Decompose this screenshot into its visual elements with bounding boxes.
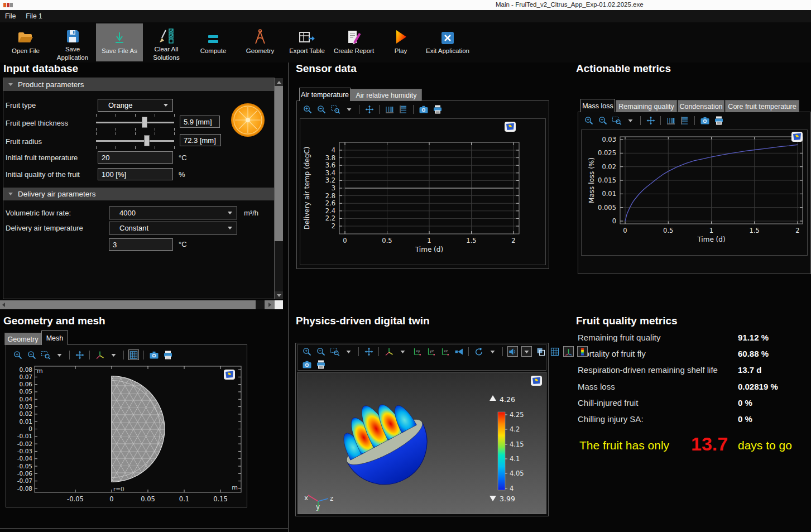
speaker-icon[interactable] — [507, 346, 518, 357]
zoom-box-icon[interactable] — [330, 104, 340, 114]
fruit-radius-slider[interactable] — [96, 132, 174, 149]
rotate-icon[interactable] — [473, 346, 484, 357]
menu-file[interactable]: File — [0, 12, 21, 20]
air-temperature-chart[interactable]: 00.511.5222.22.42.62.833.23.43.63.84Time… — [300, 118, 546, 265]
zoom-in-icon[interactable] — [12, 349, 23, 360]
mass-loss-chart[interactable]: 00.511.5200.0050.010.0150.020.0250.03Tim… — [581, 130, 808, 256]
grid-icon[interactable] — [549, 346, 560, 357]
geometry-button[interactable]: Geometry — [237, 23, 284, 61]
y-log-icon[interactable] — [679, 115, 690, 126]
constant-temp-input[interactable]: 3 — [109, 238, 173, 251]
transparency-icon[interactable] — [535, 346, 546, 357]
save-application-button[interactable]: Save Application — [49, 23, 96, 61]
save-file-as-button[interactable]: Save File As — [96, 23, 143, 61]
camera-icon[interactable] — [148, 349, 159, 360]
view-orientation-icon[interactable] — [383, 346, 394, 357]
caret-icon[interactable] — [344, 104, 354, 114]
caret-icon[interactable] — [397, 346, 408, 357]
zoom-in-icon[interactable] — [583, 115, 594, 126]
caret-icon[interactable] — [54, 349, 65, 360]
digital-twin-plot[interactable]: x y z 4.26 4.254.24.154.14.054 3.99 — [297, 372, 546, 514]
caret-icon[interactable] — [521, 346, 532, 357]
svg-text:4.15: 4.15 — [510, 440, 524, 448]
zoom-out-icon[interactable] — [597, 115, 608, 126]
slider-thumb[interactable] — [142, 117, 147, 128]
scroll-up-button[interactable] — [275, 78, 283, 86]
metric-row: Mortality of fruit fly 60.88 % — [578, 349, 801, 358]
create-report-button[interactable]: Create Report — [330, 23, 377, 61]
scroll-left-button[interactable] — [0, 300, 7, 309]
scroll-down-button[interactable] — [275, 291, 283, 299]
scrollbar-thumb[interactable] — [275, 86, 283, 241]
caret-icon[interactable] — [108, 349, 119, 360]
zoom-out-icon[interactable] — [316, 104, 327, 114]
tab-remaining-quality[interactable]: Remaining quality — [616, 100, 677, 112]
caret-icon[interactable] — [625, 115, 636, 126]
clear-all-solutions-button[interactable]: Clear All Solutions — [143, 23, 190, 61]
vertical-scrollbar[interactable] — [275, 78, 283, 299]
zoom-out-icon[interactable] — [315, 346, 326, 357]
exit-application-button[interactable]: Exit Application — [424, 23, 471, 61]
tab-air-relative-humidity[interactable]: Air relative humidity — [351, 89, 422, 101]
initial-temp-input[interactable]: 20 — [98, 151, 173, 164]
open-file-button[interactable]: Open File — [2, 23, 49, 61]
flow-rate-select[interactable]: 4000 — [109, 207, 237, 219]
axes-icon[interactable] — [563, 346, 574, 357]
svg-text:yz: yz — [430, 349, 434, 353]
camera-icon[interactable] — [418, 104, 429, 114]
tab-condensation[interactable]: Condensation — [678, 100, 724, 112]
fit-view-icon[interactable] — [74, 349, 85, 360]
caret-icon[interactable] — [487, 346, 498, 357]
tab-geometry[interactable]: Geometry — [4, 333, 41, 345]
peel-thickness-slider[interactable] — [96, 114, 174, 131]
menu-file-1[interactable]: File 1 — [21, 12, 47, 20]
view-xz-icon[interactable]: xz — [439, 346, 450, 357]
fruit-radius-value[interactable]: 72.3 [mm] — [180, 134, 221, 146]
compute-button[interactable]: Compute — [190, 23, 237, 61]
tab-mass-loss[interactable]: Mass loss — [580, 99, 615, 112]
slider-thumb[interactable] — [144, 135, 150, 146]
view-xy-icon[interactable]: xy — [411, 346, 422, 357]
print-icon[interactable] — [432, 104, 443, 114]
legend-icon[interactable] — [577, 346, 588, 357]
camera-icon[interactable] — [699, 115, 710, 126]
x-log-icon[interactable] — [665, 115, 676, 126]
print-icon[interactable] — [713, 115, 724, 126]
y-log-icon[interactable] — [398, 104, 409, 114]
delivery-air-header[interactable]: Delivery air parameters — [3, 188, 274, 200]
tab-air-temperature[interactable]: Air temperature — [299, 88, 351, 101]
product-parameters-header[interactable]: Product parameters — [3, 78, 274, 91]
print-icon[interactable] — [162, 349, 173, 360]
tab-mesh[interactable]: Mesh — [41, 330, 68, 345]
zoom-box-icon[interactable] — [611, 115, 622, 126]
camera-icon[interactable] — [301, 359, 312, 370]
horizontal-scrollbar[interactable] — [0, 300, 275, 309]
mesh-plot[interactable]: -0.0500.050.10.150.080.070.060.050.040.0… — [8, 364, 247, 506]
fit-view-icon[interactable] — [645, 115, 656, 126]
x-log-icon[interactable] — [384, 104, 395, 114]
initial-quality-input[interactable]: 100 [%] — [98, 168, 173, 180]
zoom-in-icon[interactable] — [301, 346, 312, 357]
svg-text:1.5: 1.5 — [466, 237, 476, 245]
air-temp-mode-select[interactable]: Constant — [109, 222, 237, 234]
view-yz-icon[interactable]: yz — [425, 346, 436, 357]
zoom-box-icon[interactable] — [329, 346, 340, 357]
view-orientation-icon[interactable] — [94, 349, 105, 360]
perspective-icon[interactable] — [453, 346, 464, 357]
tab-core-fruit-temperature[interactable]: Core fruit temperature — [725, 100, 799, 112]
print-icon[interactable] — [315, 359, 326, 370]
peel-thickness-value[interactable]: 5.9 [mm] — [180, 116, 220, 128]
fit-view-icon[interactable] — [363, 346, 374, 357]
zoom-in-icon[interactable] — [302, 104, 313, 114]
grid-icon[interactable] — [128, 349, 139, 360]
fit-view-icon[interactable] — [364, 104, 375, 114]
play-button[interactable]: Play — [377, 23, 424, 61]
export-table-button[interactable]: Export Table — [284, 23, 330, 61]
collapse-icon[interactable] — [8, 83, 13, 86]
zoom-box-icon[interactable] — [40, 349, 51, 360]
zoom-out-icon[interactable] — [26, 349, 37, 360]
collapse-icon[interactable] — [8, 193, 13, 195]
scroll-right-button[interactable] — [266, 300, 273, 309]
caret-icon[interactable] — [343, 346, 354, 357]
fruit-type-select[interactable]: Orange — [98, 99, 173, 112]
